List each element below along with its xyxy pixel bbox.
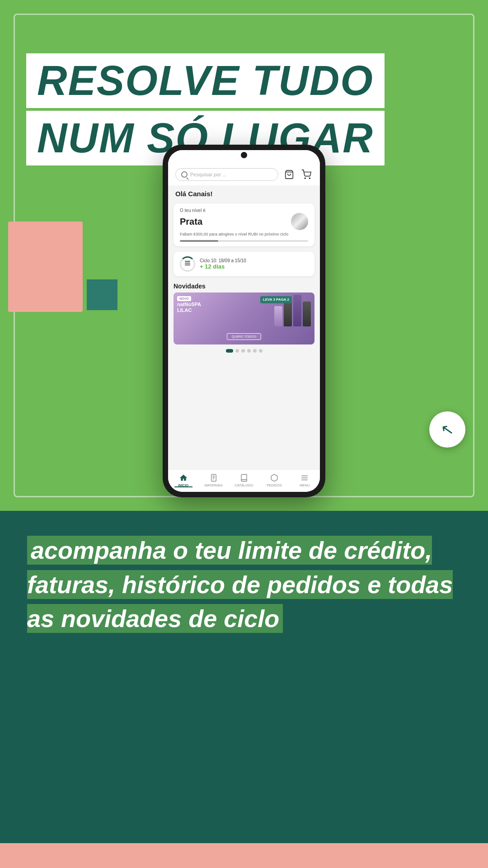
catalog-icon (239, 473, 249, 482)
page-wrapper: RESOLVE TUDO NUM SÓ LUGAR Pesquisar por … (0, 0, 488, 868)
cycle-card[interactable]: Ciclo 10: 18/09 a 15/10 + 12 dias (174, 252, 314, 276)
cycle-title: Ciclo 10: 18/09 a 15/10 (200, 258, 246, 263)
phone-screen-content: Pesquisar por ... (168, 150, 320, 492)
cycle-info: Ciclo 10: 18/09 a 15/10 + 12 dias (200, 258, 246, 270)
headline-line1-text: RESOLVE TUDO (37, 57, 374, 104)
banner-brand-text: natNoSPALILAC (177, 302, 201, 313)
level-label: O teu nível é (180, 208, 308, 213)
novidades-title: Novidades (174, 283, 314, 290)
phone-mockup: Pesquisar por ... (163, 145, 325, 497)
deco-teal-square (87, 279, 117, 310)
cursor-circle: ↖ (429, 411, 465, 448)
wishlist-button[interactable] (283, 168, 296, 181)
welcome-section: Olá Canais! (168, 185, 320, 201)
cycle-icon (180, 256, 195, 272)
dot-2 (235, 349, 239, 353)
level-row: Prata (180, 213, 308, 230)
orders-icon (270, 473, 279, 482)
cart-button[interactable] (300, 168, 313, 181)
banner-cta-button[interactable]: QUERO TODOS! (227, 333, 261, 340)
banner-dots (174, 347, 314, 354)
nav-item-catalogo[interactable]: CATÁLOGO (233, 473, 255, 487)
headline-line1-bg: RESOLVE TUDO (26, 53, 385, 108)
cycle-line-3 (185, 264, 190, 265)
nav-item-pedidos[interactable]: PEDIDOS (263, 473, 286, 487)
banner-leva-badge: LEVA 3 PAGA 2 (260, 296, 292, 303)
nav-label-materiais: MATERIAIS (205, 483, 223, 487)
cursor-icon: ↖ (440, 420, 455, 439)
bottom-pink-strip (0, 843, 488, 868)
nav-label-menu: MENU (300, 483, 310, 487)
banner-novo-badge: NOVO (177, 296, 191, 301)
phone-camera (241, 152, 247, 158)
svg-rect-3 (211, 475, 216, 481)
search-icon (181, 171, 188, 178)
dot-5 (253, 349, 257, 353)
product-bottle-2 (284, 302, 292, 326)
bottom-text-highlight: acompanha o teu limite de crédito, fatur… (27, 536, 453, 633)
nav-inicio-wrapper: INÍCIO (172, 473, 195, 487)
nav-active-bar (174, 486, 192, 487)
level-name: Prata (180, 217, 202, 227)
novidades-section: Novidades NOVO natNoSPALILAC (168, 279, 320, 356)
nav-label-catalogo: CATÁLOGO (235, 483, 253, 487)
phone-screen: Pesquisar por ... (168, 150, 320, 492)
cycle-icon-lines (185, 261, 190, 267)
welcome-text: Olá Canais! (175, 190, 213, 198)
nav-item-materiais[interactable]: MATERIAIS (202, 473, 225, 487)
cycle-line-2 (185, 263, 190, 264)
nav-item-inicio[interactable]: INÍCIO (172, 473, 195, 487)
materials-icon (209, 473, 218, 482)
search-box[interactable]: Pesquisar por ... (175, 168, 278, 181)
product-bottle-3 (293, 295, 301, 326)
level-progress-fill (180, 240, 218, 242)
svg-point-1 (305, 178, 305, 179)
menu-icon (300, 473, 309, 482)
banner-card[interactable]: NOVO natNoSPALILAC LEVA 3 PAGA 2 (174, 292, 314, 344)
product-bottle-4 (303, 302, 311, 326)
dot-1 (226, 349, 233, 353)
product-bottle-1 (274, 306, 282, 326)
phone-bottom-nav: INÍCIO (168, 469, 320, 492)
nav-item-menu[interactable]: MENU (293, 473, 316, 487)
bottom-section: acompanha o teu limite de crédito, fatur… (0, 511, 488, 868)
nav-label-pedidos: PEDIDOS (267, 483, 282, 487)
level-progress-bar-container (180, 240, 308, 242)
level-desc: Faltam €300,00 para atingires o nível RU… (180, 232, 308, 237)
cycle-days: + 12 dias (200, 263, 246, 270)
svg-point-2 (309, 178, 310, 179)
dot-4 (247, 349, 251, 353)
bottom-text: acompanha o teu limite de crédito, fatur… (27, 533, 461, 636)
cycle-line-1 (185, 261, 190, 262)
home-icon (179, 473, 188, 482)
dot-3 (241, 349, 245, 353)
deco-pink-rectangle (8, 222, 83, 312)
level-badge-icon (291, 213, 308, 230)
search-placeholder: Pesquisar por ... (190, 172, 226, 177)
top-section: RESOLVE TUDO NUM SÓ LUGAR Pesquisar por … (0, 0, 488, 511)
dot-6 (259, 349, 263, 353)
level-card[interactable]: O teu nível é Prata Faltam €300,00 para … (174, 203, 314, 246)
